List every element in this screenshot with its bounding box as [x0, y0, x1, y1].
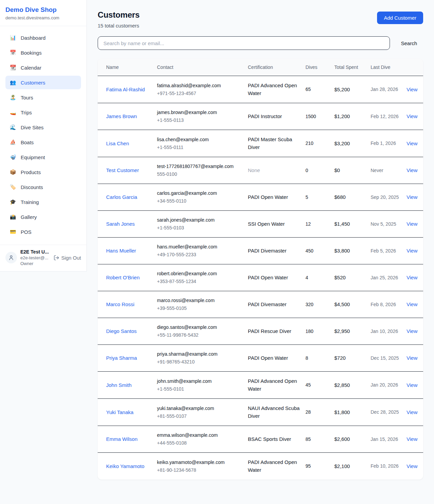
bar-chart-icon: 📊: [9, 35, 16, 41]
customer-name-link[interactable]: Lisa Chen: [106, 141, 129, 146]
view-link[interactable]: View: [407, 328, 417, 334]
sidebar-item-label: Equipment: [21, 154, 45, 160]
view-link[interactable]: View: [407, 167, 417, 173]
customer-row: Diego Santos diego.santos@example.com +5…: [98, 318, 423, 345]
customer-row: Priya Sharma priya.sharma@example.com +9…: [98, 345, 423, 372]
customer-total-spent: $1,200: [332, 103, 368, 130]
customer-certification: PADI Divemaster: [245, 238, 303, 264]
customer-last-dive: Feb 8, 2026: [368, 291, 404, 318]
view-link[interactable]: View: [407, 355, 417, 361]
view-link[interactable]: View: [407, 248, 417, 254]
customer-row: Test Customer test-1772681807767@example…: [98, 157, 423, 184]
customer-row: John Smith john.smith@example.com +1-555…: [98, 372, 423, 399]
add-customer-button[interactable]: Add Customer: [377, 12, 423, 24]
sidebar-item-label: Training: [21, 199, 39, 205]
customer-row: Fatima Al-Rashid fatima.alrashid@example…: [98, 76, 423, 103]
customer-row: Lisa Chen lisa.chen@example.com +1-555-0…: [98, 130, 423, 157]
customer-name-link[interactable]: John Smith: [106, 382, 132, 388]
customer-dives: 45: [303, 372, 332, 399]
view-link[interactable]: View: [407, 87, 417, 92]
customer-last-dive: Nov 5, 2025: [368, 211, 404, 238]
sidebar-item-gallery[interactable]: 📸 Gallery: [5, 210, 81, 224]
sidebar-item-label: Calendar: [21, 65, 41, 71]
customer-name-link[interactable]: Fatima Al-Rashid: [106, 87, 145, 92]
customer-phone: +39-555-0105: [157, 305, 242, 312]
sidebar-item-equipment[interactable]: 🤿 Equipment: [5, 150, 81, 164]
customer-total-spent: $1,450: [332, 211, 368, 238]
customer-dives: 180: [303, 318, 332, 345]
customer-row: James Brown james.brown@example.com +1-5…: [98, 103, 423, 130]
customer-name-link[interactable]: Yuki Tanaka: [106, 409, 134, 415]
customer-email: marco.rossi@example.com: [157, 297, 242, 304]
camera-icon: 📸: [9, 214, 16, 220]
view-link[interactable]: View: [407, 221, 417, 227]
sidebar-item-label: Discounts: [21, 184, 43, 190]
customer-phone: +1-555-0111: [157, 144, 242, 151]
view-link[interactable]: View: [407, 382, 417, 388]
view-link[interactable]: View: [407, 436, 417, 442]
wave-icon: 🌊: [9, 124, 16, 130]
search-input[interactable]: [98, 36, 390, 50]
customer-name-link[interactable]: Emma Wilson: [106, 436, 138, 442]
customers-table-card: Name Contact Certification Dives Total S…: [98, 59, 423, 480]
customer-name-link[interactable]: Robert O'Brien: [106, 275, 140, 280]
page-title: Customers: [98, 10, 140, 20]
customer-name-link[interactable]: James Brown: [106, 113, 137, 119]
calendar-date-icon: 📅: [9, 50, 16, 56]
customer-total-spent: $720: [332, 345, 368, 372]
sidebar-item-discounts[interactable]: 🏷️ Discounts: [5, 180, 81, 194]
sidebar-item-trips[interactable]: 🚤 Trips: [5, 106, 81, 119]
customer-name-link[interactable]: Priya Sharma: [106, 355, 137, 361]
customer-name-link[interactable]: Hans Mueller: [106, 248, 136, 254]
view-link[interactable]: View: [407, 194, 417, 200]
sidebar-item-boats[interactable]: ⛵ Boats: [5, 135, 81, 149]
sidebar-item-dive-sites[interactable]: 🌊 Dive Sites: [5, 120, 81, 134]
customer-last-dive: Never: [368, 157, 404, 184]
sidebar-item-products[interactable]: 📦 Products: [5, 165, 81, 179]
customer-phone: +1-555-0113: [157, 117, 242, 124]
customer-certification: PADI Advanced Open Water: [245, 76, 303, 103]
view-link[interactable]: View: [407, 113, 417, 119]
tear-off-calendar-icon: 📆: [9, 64, 16, 71]
customer-phone: +49-170-555-2233: [157, 251, 242, 258]
customer-total-spent: $0: [332, 157, 368, 184]
customer-email: carlos.garcia@example.com: [157, 190, 242, 197]
search-button[interactable]: Search: [399, 38, 418, 49]
sidebar-item-bookings[interactable]: 📅 Bookings: [5, 46, 81, 59]
customer-phone: +1-555-0101: [157, 386, 242, 393]
sidebar-item-label: Trips: [21, 110, 32, 115]
view-link[interactable]: View: [407, 301, 417, 307]
title-block: Customers 15 total customers: [98, 10, 140, 29]
customers-table: Name Contact Certification Dives Total S…: [98, 59, 423, 480]
customer-certification: PADI Instructor: [245, 103, 303, 130]
view-link[interactable]: View: [407, 463, 417, 469]
column-header-dives: Dives: [303, 59, 332, 76]
sidebar-nav: 📊 Dashboard 📅 Bookings 📆 Calendar 👥 Cust…: [0, 26, 86, 245]
sidebar-item-training[interactable]: 🎓 Training: [5, 195, 81, 209]
customer-name-link[interactable]: Carlos Garcia: [106, 194, 137, 200]
customer-name-link[interactable]: Marco Rossi: [106, 301, 134, 307]
sign-out-label: Sign Out: [61, 255, 81, 261]
customer-name-link[interactable]: Sarah Jones: [106, 221, 135, 227]
view-link[interactable]: View: [407, 141, 417, 146]
view-link[interactable]: View: [407, 409, 417, 415]
sidebar-item-calendar[interactable]: 📆 Calendar: [5, 61, 81, 74]
sidebar-item-customers[interactable]: 👥 Customers: [5, 76, 81, 89]
customer-name-link[interactable]: Diego Santos: [106, 328, 137, 334]
customer-phone: +34-555-0110: [157, 198, 242, 205]
customer-row: Marco Rossi marco.rossi@example.com +39-…: [98, 291, 423, 318]
view-link[interactable]: View: [407, 275, 417, 280]
customer-certification: PADI Master Scuba Diver: [245, 130, 303, 157]
customer-email: robert.obrien@example.com: [157, 270, 242, 277]
sidebar-item-tours[interactable]: 🏝️ Tours: [5, 91, 81, 104]
customer-row: Yuki Tanaka yuki.tanaka@example.com +81-…: [98, 399, 423, 426]
sidebar-item-pos[interactable]: 💳 POS: [5, 225, 81, 239]
main-content: Customers 15 total customers Add Custome…: [87, 0, 434, 480]
customer-certification: PADI Advanced Open Water: [245, 453, 303, 480]
customer-name-link[interactable]: Test Customer: [106, 167, 139, 173]
customer-last-dive: Jan 10, 2026: [368, 318, 404, 345]
customer-name-link[interactable]: Keiko Yamamoto: [106, 463, 144, 469]
column-header-contact: Contact: [154, 59, 245, 76]
sidebar-item-dashboard[interactable]: 📊 Dashboard: [5, 31, 81, 44]
sign-out-button[interactable]: Sign Out: [54, 255, 81, 261]
